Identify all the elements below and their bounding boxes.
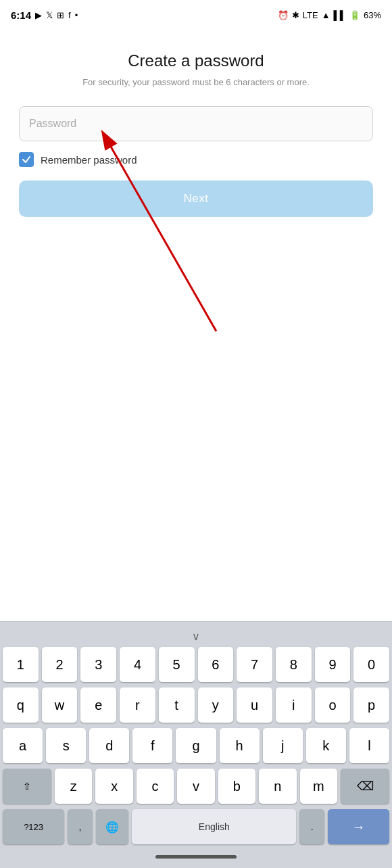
battery-percent: 63% xyxy=(364,10,381,20)
key-o[interactable]: o xyxy=(315,688,351,723)
page-subtitle: For security, your password must be 6 ch… xyxy=(19,77,373,87)
key-p[interactable]: p xyxy=(353,688,389,723)
backspace-key[interactable]: ⌫ xyxy=(341,769,389,804)
key-0[interactable]: 0 xyxy=(353,647,389,682)
key-w[interactable]: w xyxy=(42,688,78,723)
key-a[interactable]: a xyxy=(3,728,43,763)
youtube-icon: ▶ xyxy=(35,10,42,20)
key-4[interactable]: 4 xyxy=(120,647,155,682)
period-key[interactable]: . xyxy=(299,809,324,844)
key-7[interactable]: 7 xyxy=(237,647,272,682)
keyboard-row-qwerty: q w e r t y u i o p xyxy=(3,688,389,723)
bookmark-icon: ⊞ xyxy=(57,10,64,20)
keyboard-row-bottom: ?123 , 🌐 English . → xyxy=(3,809,389,844)
comma-key[interactable]: , xyxy=(68,809,92,844)
alarm-icon: ⏰ xyxy=(278,10,289,20)
numpad-key[interactable]: ?123 xyxy=(3,809,64,844)
key-2[interactable]: 2 xyxy=(42,647,78,682)
key-h[interactable]: h xyxy=(220,728,260,763)
key-f[interactable]: f xyxy=(132,728,172,763)
next-button[interactable]: Next xyxy=(19,180,373,217)
key-r[interactable]: r xyxy=(120,688,155,723)
status-time: 6:14 xyxy=(11,9,31,21)
keyboard: ∨ 1 2 3 4 5 6 7 8 9 0 q w e r t y u i o … xyxy=(0,621,392,868)
checkmark-icon xyxy=(22,155,31,164)
space-key[interactable]: English xyxy=(132,809,296,844)
key-9[interactable]: 9 xyxy=(315,647,351,682)
key-t[interactable]: t xyxy=(159,688,195,723)
shift-key[interactable]: ⇧ xyxy=(3,769,51,804)
status-bar-left: 6:14 ▶ 𝕏 ⊞ f • xyxy=(11,9,78,21)
lte-icon: LTE xyxy=(303,10,318,20)
remember-label: Remember password xyxy=(41,154,137,166)
middle-space xyxy=(0,231,392,440)
key-z[interactable]: z xyxy=(55,769,92,804)
key-n[interactable]: n xyxy=(259,769,296,804)
key-b[interactable]: b xyxy=(218,769,255,804)
page-title: Create a password xyxy=(19,51,373,70)
main-content: Create a password For security, your pas… xyxy=(0,30,392,231)
key-v[interactable]: v xyxy=(177,769,214,804)
remember-row: Remember password xyxy=(19,152,373,167)
keyboard-row-asdf: a s d f g h j k l xyxy=(3,728,389,763)
password-input-wrapper[interactable] xyxy=(19,106,373,141)
signal-icon: ▌▌ xyxy=(334,10,346,20)
battery-icon: 🔋 xyxy=(349,10,360,20)
key-m[interactable]: m xyxy=(300,769,337,804)
remember-checkbox[interactable] xyxy=(19,152,34,167)
keyboard-collapse-row: ∨ xyxy=(3,627,389,647)
key-j[interactable]: j xyxy=(263,728,303,763)
twitter-icon: 𝕏 xyxy=(46,10,53,20)
key-i[interactable]: i xyxy=(276,688,312,723)
keyboard-bottom-bar xyxy=(3,850,389,868)
key-5[interactable]: 5 xyxy=(159,647,195,682)
key-q[interactable]: q xyxy=(3,688,39,723)
key-1[interactable]: 1 xyxy=(3,647,39,682)
keyboard-row-zxcv: ⇧ z x c v b n m ⌫ xyxy=(3,769,389,804)
key-y[interactable]: y xyxy=(198,688,234,723)
key-s[interactable]: s xyxy=(46,728,86,763)
password-input[interactable] xyxy=(29,118,363,130)
dot-icon: • xyxy=(75,10,78,20)
key-c[interactable]: c xyxy=(137,769,174,804)
status-bar-right: ⏰ ✱ LTE ▲ ▌▌ 🔋 63% xyxy=(278,10,381,20)
key-x[interactable]: x xyxy=(95,769,132,804)
key-3[interactable]: 3 xyxy=(80,647,116,682)
key-k[interactable]: k xyxy=(306,728,346,763)
key-g[interactable]: g xyxy=(176,728,216,763)
home-indicator xyxy=(155,855,237,859)
key-l[interactable]: l xyxy=(349,728,389,763)
globe-key[interactable]: 🌐 xyxy=(96,809,129,844)
bluetooth-icon: ✱ xyxy=(292,10,299,20)
key-d[interactable]: d xyxy=(89,728,129,763)
keyboard-collapse-button[interactable]: ∨ xyxy=(192,630,200,643)
key-e[interactable]: e xyxy=(80,688,116,723)
keyboard-row-numbers: 1 2 3 4 5 6 7 8 9 0 xyxy=(3,647,389,682)
key-6[interactable]: 6 xyxy=(198,647,234,682)
enter-key[interactable]: → xyxy=(328,809,389,844)
key-8[interactable]: 8 xyxy=(276,647,312,682)
key-u[interactable]: u xyxy=(237,688,272,723)
facebook-icon: f xyxy=(68,10,71,20)
wifi-icon: ▲ xyxy=(322,10,330,20)
status-bar: 6:14 ▶ 𝕏 ⊞ f • ⏰ ✱ LTE ▲ ▌▌ 🔋 63% xyxy=(0,0,392,30)
